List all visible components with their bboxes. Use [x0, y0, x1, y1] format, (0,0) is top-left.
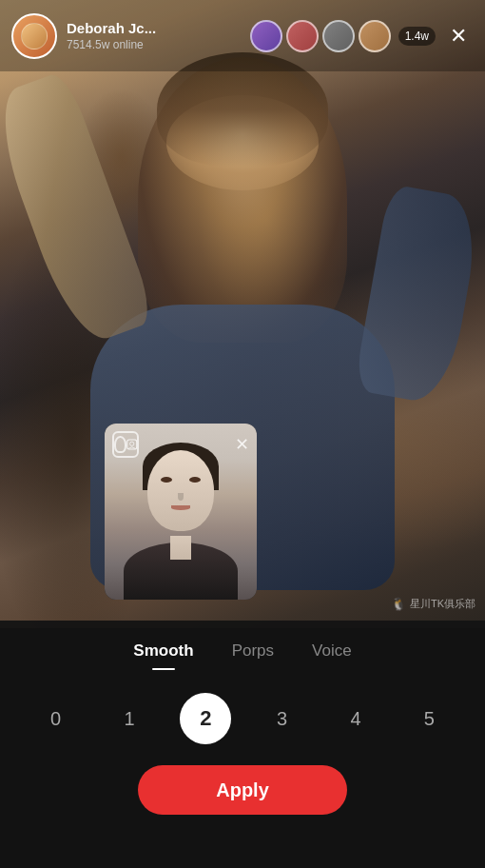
face-detection-card: ✕ [105, 424, 257, 600]
apply-button[interactable]: Apply [138, 765, 347, 815]
number-0[interactable]: 0 [33, 696, 79, 741]
header-bar: Deborah Jc... 7514.5w online 1.4w ✕ [0, 0, 485, 71]
viewer-count: 1.4w [398, 27, 436, 46]
watermark: 🐧 星川TK俱乐部 [391, 597, 475, 611]
viewer-avatars [250, 20, 391, 52]
number-1[interactable]: 1 [107, 696, 152, 741]
number-3[interactable]: 3 [260, 696, 305, 741]
user-info: Deborah Jc... 7514.5w online [67, 20, 250, 51]
svg-rect-0 [126, 440, 136, 449]
face-card-header: ✕ [112, 431, 249, 458]
watermark-text: 星川TK俱乐部 [410, 597, 475, 611]
user-avatar[interactable] [11, 13, 57, 59]
viewer-avatar-2[interactable] [286, 20, 319, 52]
number-4[interactable]: 4 [333, 696, 378, 741]
face-card-close-button[interactable]: ✕ [235, 436, 249, 453]
number-2-selected[interactable]: 2 [180, 693, 231, 744]
viewer-avatar-1[interactable] [250, 20, 282, 52]
viewer-avatar-4[interactable] [359, 20, 391, 52]
user-name: Deborah Jc... [67, 20, 250, 36]
tabs-container: Smooth Porps Voice [0, 621, 485, 666]
face-oval [147, 450, 214, 531]
face-detect-icon [112, 431, 139, 458]
close-button[interactable]: ✕ [443, 21, 474, 51]
tab-porps[interactable]: Porps [232, 641, 274, 666]
tab-smooth[interactable]: Smooth [133, 641, 193, 666]
user-online-status: 7514.5w online [67, 38, 250, 51]
tab-voice[interactable]: Voice [312, 641, 352, 666]
svg-point-1 [129, 442, 133, 445]
viewer-avatar-3[interactable] [322, 20, 355, 52]
number-5[interactable]: 5 [406, 696, 452, 741]
number-selector: 0 1 2 3 4 5 [0, 693, 485, 744]
bottom-panel: Smooth Porps Voice 0 1 2 3 4 5 Apply [0, 621, 485, 868]
